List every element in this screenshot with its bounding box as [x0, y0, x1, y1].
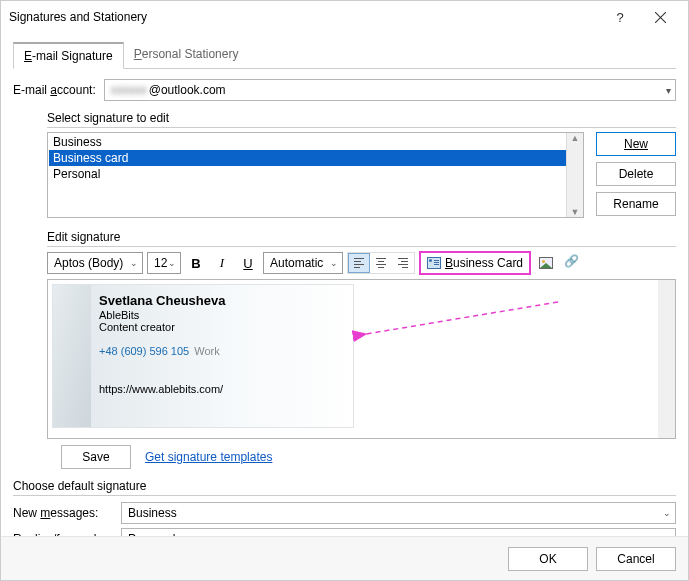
save-button[interactable]: Save — [61, 445, 131, 469]
align-center-button[interactable] — [370, 253, 392, 273]
business-card-preview: Svetlana Cheusheva AbleBits Content crea… — [52, 284, 354, 428]
email-account-label: E-mail account: — [13, 83, 96, 97]
card-role: Content creator — [99, 321, 345, 333]
chevron-down-icon: ⌄ — [663, 508, 671, 518]
align-left-button[interactable] — [348, 253, 370, 273]
new-messages-row: New messages: Business⌄ — [13, 502, 676, 524]
save-row: Save Get signature templates — [61, 445, 676, 469]
dialog: Signatures and Stationery ? E-mail Signa… — [0, 0, 689, 581]
editor-toolbar: Aptos (Body)⌄ 12⌄ B I U Automatic⌄ Busin… — [47, 251, 676, 275]
content-area: E-mail Signature Personal Stationery E-m… — [1, 33, 688, 469]
signature-buttons: New Delete Rename — [596, 132, 676, 218]
align-right-button[interactable] — [392, 253, 414, 273]
dialog-title: Signatures and Stationery — [9, 10, 600, 24]
hyperlink-icon — [564, 256, 580, 270]
underline-button[interactable]: U — [237, 252, 259, 274]
scrollbar[interactable] — [658, 280, 675, 438]
signature-item[interactable]: Business card — [49, 150, 566, 166]
chevron-down-icon: ▾ — [666, 85, 671, 96]
delete-button[interactable]: Delete — [596, 162, 676, 186]
font-size-select[interactable]: 12⌄ — [147, 252, 181, 274]
account-domain: @outlook.com — [149, 83, 226, 97]
business-card-button[interactable]: Business Card — [419, 251, 531, 275]
annotation-arrow — [348, 298, 568, 368]
tab-strip: E-mail Signature Personal Stationery — [13, 41, 676, 69]
picture-icon — [539, 257, 553, 269]
choose-default-label: Choose default signature — [13, 479, 676, 496]
close-icon — [655, 12, 666, 23]
new-messages-select[interactable]: Business⌄ — [121, 502, 676, 524]
close-button[interactable] — [640, 3, 680, 31]
signature-item[interactable]: Personal — [49, 166, 566, 182]
card-company: AbleBits — [99, 309, 345, 321]
bold-button[interactable]: B — [185, 252, 207, 274]
signature-list[interactable]: Business Business card Personal ▲▼ — [47, 132, 584, 218]
signature-editor[interactable]: Svetlana Cheusheva AbleBits Content crea… — [47, 279, 676, 439]
chevron-down-icon: ⌄ — [168, 258, 176, 268]
chevron-down-icon: ⌄ — [130, 258, 138, 268]
insert-picture-button[interactable] — [535, 252, 557, 274]
chevron-down-icon: ⌄ — [330, 258, 338, 268]
rename-button[interactable]: Rename — [596, 192, 676, 216]
align-group — [347, 252, 415, 274]
email-account-select[interactable]: xxxxxx @outlook.com ▾ — [104, 79, 676, 101]
card-name: Svetlana Cheusheva — [99, 293, 345, 308]
font-color-select[interactable]: Automatic⌄ — [263, 252, 343, 274]
svg-line-3 — [366, 302, 558, 334]
dialog-footer: OK Cancel — [1, 536, 688, 580]
tab-personal-stationery[interactable]: Personal Stationery — [124, 42, 249, 69]
new-button[interactable]: New — [596, 132, 676, 156]
business-card-icon — [427, 257, 441, 269]
email-account-row: E-mail account: xxxxxx @outlook.com ▾ — [13, 79, 676, 101]
select-signature-label: Select signature to edit — [47, 111, 676, 128]
tab-email-signature[interactable]: E-mail Signature — [13, 42, 124, 69]
card-phone: +48 (609) 596 105 Work — [99, 345, 345, 357]
edit-signature-label: Edit signature — [47, 230, 676, 247]
italic-button[interactable]: I — [211, 252, 233, 274]
signature-area: Business Business card Personal ▲▼ New D… — [47, 132, 676, 218]
signature-item[interactable]: Business — [49, 134, 566, 150]
card-side-graphic — [53, 285, 91, 427]
font-select[interactable]: Aptos (Body)⌄ — [47, 252, 143, 274]
new-messages-label: New messages: — [13, 506, 121, 520]
signature-list-inner: Business Business card Personal — [49, 134, 566, 216]
ok-button[interactable]: OK — [508, 547, 588, 571]
scrollbar[interactable]: ▲▼ — [566, 133, 583, 217]
insert-hyperlink-button[interactable] — [561, 252, 583, 274]
select-signature-section: Select signature to edit Business Busine… — [47, 111, 676, 218]
card-website: https://www.ablebits.com/ — [99, 383, 345, 395]
templates-link[interactable]: Get signature templates — [145, 450, 272, 464]
cancel-button[interactable]: Cancel — [596, 547, 676, 571]
account-blurred-prefix: xxxxxx — [111, 83, 147, 97]
help-button[interactable]: ? — [600, 3, 640, 31]
titlebar: Signatures and Stationery ? — [1, 1, 688, 33]
